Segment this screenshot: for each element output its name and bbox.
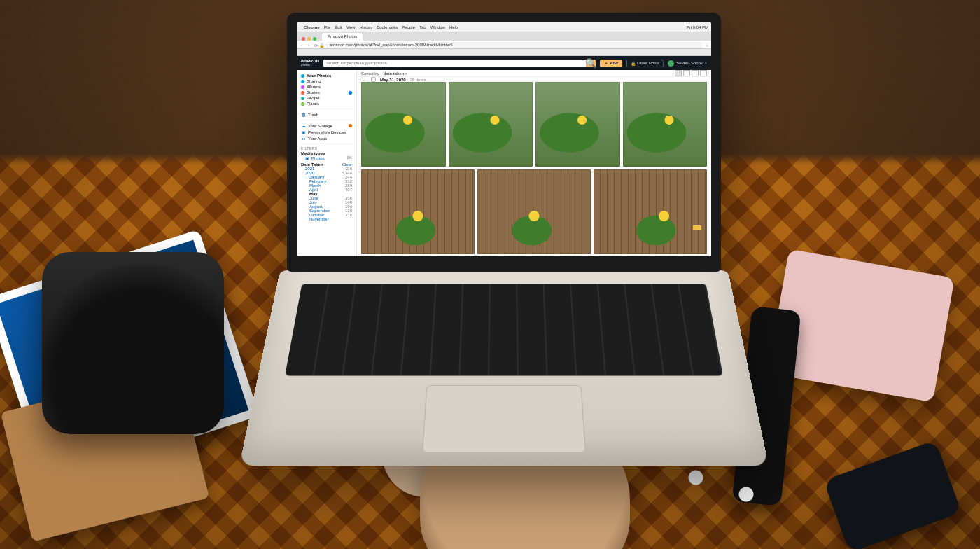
avatar [668,60,674,67]
sidebar-item-label: Your Photos [307,74,331,78]
filter-count: 407 [345,188,352,192]
sidebar-item-albums[interactable]: Albums [301,84,352,90]
laptop: Chrome File Edit View History Bookmarks … [287,13,721,468]
window-controls [299,37,319,41]
account-name: Severo Snook [676,61,703,65]
menu-edit[interactable]: Edit [335,25,342,29]
filter-month-november[interactable]: November [301,217,352,221]
photo-icon: ▣ [305,155,309,160]
select-all-checkbox[interactable] [371,77,376,82]
add-label: Add [610,61,618,65]
order-prints-button[interactable]: 🔒 Order Prints [626,60,664,67]
menu-tab[interactable]: Tab [419,25,426,29]
sidebar-item-people[interactable]: People [301,95,352,101]
sidebar-item-label: Personalize Devices [308,130,346,134]
category-color-icon [301,74,304,78]
photo-grid[interactable] [357,82,711,256]
photo-thumbnail[interactable] [361,169,475,255]
new-badge-icon [349,91,352,95]
menu-history[interactable]: History [360,25,373,29]
window-minimize-icon[interactable] [307,37,311,41]
filter-media-photos[interactable]: ▣ Photos 8K [301,155,352,160]
sidebar-item-label: Albums [307,85,321,89]
menu-bookmarks[interactable]: Bookmarks [377,25,398,29]
sidebar-item-apps[interactable]: ☷ Your Apps [301,135,352,141]
cloud-icon: ☁ [301,123,306,128]
sidebar-item-stories[interactable]: Stories [301,90,352,95]
urlbar: ‹ › ⟳ 🔒 amazon.com/photos/all?ref_=ap&br… [297,41,711,49]
sidebar: Your PhotosSharingAlbumsStoriesPeoplePla… [297,70,357,256]
search-input[interactable] [323,60,586,67]
search-button[interactable]: 🔍 [586,60,596,67]
sort-value: date taken [384,71,405,76]
nav-reload-icon[interactable]: ⟳ [312,43,319,48]
brand-logo[interactable]: amazon photos [301,59,319,67]
address-input[interactable]: amazon.com/photos/all?ref_=ap&brand=com-… [326,42,703,48]
category-color-icon [301,91,304,95]
sidebar-item-places[interactable]: Places [301,101,352,106]
window-close-icon[interactable] [302,37,305,41]
sidebar-item-sharing[interactable]: Sharing [301,78,352,84]
date-header: ‹ May 31, 2020 28 items [357,77,711,82]
screen: Chrome File Edit View History Bookmarks … [297,22,711,256]
menu-help[interactable]: Help [449,25,458,29]
sidebar-item-storage[interactable]: ☁ Your Storage [301,123,352,129]
chevron-down-icon: ▾ [405,71,407,76]
photo-thumbnail[interactable] [361,82,446,167]
laptop-base [239,270,769,466]
bookmarks-bar [297,49,711,56]
photo-thumbnail[interactable] [594,169,707,255]
laptop-keyboard [285,284,723,375]
menu-people[interactable]: People [402,25,415,29]
filter-label: Photos [312,156,325,160]
cloud-lock-icon: 🔒 [631,61,636,66]
menu-window[interactable]: Window [430,25,445,29]
view-grid-small-icon[interactable] [692,70,699,76]
category-color-icon [301,97,304,100]
divider [301,120,352,120]
add-button[interactable]: ＋ Add [600,60,622,67]
chevron-down-icon: ▾ [705,61,707,65]
sidebar-item-label: People [307,96,320,100]
date-label: May 31, 2020 [380,78,406,82]
filter-label: November [309,217,329,221]
content: Sorted by date taken ▾ [357,70,711,256]
devices-icon: ▣ [301,130,306,134]
filter-count: 8K [347,155,352,160]
nav-forward-icon[interactable]: › [305,43,312,47]
window-maximize-icon[interactable] [313,37,316,41]
account-menu[interactable]: Severo Snook ▾ [668,60,707,67]
sidebar-item-personalize[interactable]: ▣ Personalize Devices [301,129,352,135]
browser-chrome: Amazon Photos ‹ › ⟳ 🔒 amazon.com/photos/… [297,32,711,56]
search-icon: 🔍 [585,58,597,69]
lock-icon: 🔒 [319,43,324,48]
sort-menu[interactable]: date taken ▾ [384,71,407,76]
order-prints-label: Order Prints [637,61,659,65]
menu-view[interactable]: View [346,25,356,29]
nav-back-icon[interactable]: ‹ [298,43,305,47]
app-header: amazon photos 🔍 ＋ Add 🔒 [297,56,711,70]
view-grid-large-icon[interactable] [675,70,682,76]
view-list-icon[interactable] [700,70,707,76]
date-prev-icon[interactable]: ‹ [361,78,367,82]
view-grid-medium-icon[interactable] [683,70,690,76]
divider [301,144,352,144]
warning-badge-icon [349,124,352,127]
sidebar-item-label: Your Apps [308,137,327,141]
category-color-icon [301,85,304,89]
photo-thumbnail[interactable] [623,82,708,167]
photo-thumbnail[interactable] [449,82,533,167]
menubar-clock: Fri 9:04 PM [687,25,708,29]
laptop-trackpad [422,385,586,453]
browser-tab[interactable]: Amazon Photos [322,33,363,41]
date-count: 28 items [410,78,426,82]
photo-thumbnail[interactable] [536,82,620,167]
photo-thumbnail[interactable] [477,169,591,255]
app-menu[interactable]: Chrome [304,25,320,29]
sidebar-item-trash[interactable]: 🗑 Trash [301,111,352,118]
sidebar-item-your-photos[interactable]: Your Photos [301,73,352,78]
star-icon[interactable]: ☆ [703,43,710,48]
trash-icon: 🗑 [301,112,306,117]
sidebar-item-label: Places [307,102,319,106]
menu-file[interactable]: File [324,25,331,29]
